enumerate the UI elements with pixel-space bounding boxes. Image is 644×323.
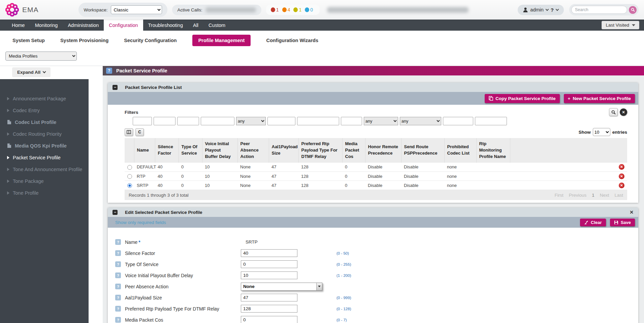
column-header-type-of-service[interactable]: Type Of Service: [179, 138, 202, 163]
filter-select-send-route-pspprecedence[interactable]: any: [400, 117, 441, 125]
page-last[interactable]: Last: [614, 193, 623, 198]
column-header-send-route-pspprecedence[interactable]: Send Route PSPPrecedence: [401, 138, 444, 163]
field-input-aal1payload-size[interactable]: [241, 294, 297, 301]
filter-input-preferred-rtp-payload-type-for-dtmf-relay[interactable]: [297, 117, 339, 125]
sidebar-item-announcement-package[interactable]: Announcement Package: [0, 93, 89, 104]
workspace-select[interactable]: Classic: [111, 5, 162, 14]
column-header-media-packet-cos[interactable]: Media Packet Cos: [342, 138, 365, 163]
filter-input-voice-initial-playout-buffer-delay[interactable]: [201, 117, 234, 125]
dropdown-button[interactable]: [316, 283, 322, 290]
sidebar-item-packet-service-profile[interactable]: Packet Service Profile: [0, 152, 89, 163]
page-1[interactable]: 1: [592, 193, 594, 198]
sidebar-item-tone-and-announcement-profile[interactable]: Tone And Announcement Profile: [0, 163, 89, 175]
column-header-prohibited-codec-list[interactable]: Prohibited Codec List: [444, 138, 476, 163]
column-header-preferred-rtp-payload-type-for-dtmf-relay[interactable]: Preferred Rtp Payload Type For DTMF Rela…: [298, 138, 342, 163]
sidebar-item-codec-routing-priority[interactable]: Codec Routing Priority: [0, 128, 89, 140]
nav-item-custom[interactable]: Custom: [203, 20, 230, 31]
cell-select: [125, 181, 134, 190]
column-header-honor-remote-precedence[interactable]: Honor Remote Precedence: [365, 138, 401, 163]
save-button[interactable]: Save: [610, 219, 635, 226]
field-input-voice-initial-playout-buffer-delay[interactable]: [241, 271, 297, 279]
nav-item-monitoring[interactable]: Monitoring: [30, 20, 63, 31]
sidebar-item-codec-entry[interactable]: Codec Entry: [0, 104, 89, 116]
column-header-name[interactable]: Name: [134, 138, 155, 163]
search-input[interactable]: [571, 6, 627, 14]
field-dropdown-peer-absence-action[interactable]: None: [241, 283, 322, 291]
alarm-summary[interactable]: 1410: [266, 5, 320, 15]
expand-all-button[interactable]: Expand All: [12, 67, 51, 77]
close-icon[interactable]: ✕: [630, 209, 634, 215]
cell-peer-absence-action: None: [237, 163, 269, 172]
row-radio-default[interactable]: [127, 165, 132, 170]
nav-item-home[interactable]: Home: [7, 20, 30, 31]
subnav-item-profile-management[interactable]: Profile Management: [192, 35, 251, 46]
subnav-item-security-configuration[interactable]: Security Configuration: [124, 35, 176, 46]
field-input-type-of-service[interactable]: [241, 260, 297, 268]
clear-filters-button[interactable]: ✕: [620, 108, 627, 116]
field-help-icon[interactable]: ?: [115, 317, 121, 323]
search-button[interactable]: [629, 6, 637, 14]
subnav-item-system-provisioning[interactable]: System Provisioning: [60, 35, 108, 46]
column-header-aal1payload-size[interactable]: Aal1Payload Size: [269, 138, 298, 163]
user-menu[interactable]: admin ?: [518, 5, 564, 15]
filter-input-prohibited-codec-list[interactable]: [443, 117, 473, 125]
filter-input-rtp-monitoring-profile-name[interactable]: [475, 117, 507, 125]
filter-input-name[interactable]: [133, 117, 152, 125]
filter-input-silence-factor[interactable]: [154, 117, 175, 125]
row-radio-rtp[interactable]: [127, 174, 132, 179]
sidebar-item-codec-list-profile[interactable]: Codec List Profile: [0, 116, 89, 128]
field-help-icon[interactable]: ?: [115, 284, 121, 289]
nav-item-configuration[interactable]: Configuration: [104, 20, 143, 31]
sidebar-item-tone-profile[interactable]: Tone Profile: [0, 187, 89, 199]
profile-category-select[interactable]: Media Profiles: [5, 52, 77, 61]
field-help-icon[interactable]: ?: [115, 239, 121, 245]
filter-select-peer-absence-action[interactable]: any: [236, 117, 266, 125]
sidebar-item-label: Codec List Profile: [15, 120, 56, 125]
nav-item-all[interactable]: All: [188, 20, 203, 31]
field-help-icon[interactable]: ?: [115, 250, 121, 256]
refresh-button[interactable]: C: [135, 128, 144, 136]
column-header-rtp-monitoring-profile-name[interactable]: Rtp Monitoring Profile Name: [476, 138, 510, 163]
page-previous[interactable]: Previous: [569, 193, 587, 198]
delete-row-icon[interactable]: ✕: [619, 183, 624, 188]
filter-input-media-packet-cos[interactable]: [341, 117, 362, 125]
subnav-item-configuration-wizards[interactable]: Configuration Wizards: [266, 35, 318, 46]
entries-select[interactable]: 10: [593, 128, 610, 136]
field-input-silence-factor[interactable]: [241, 249, 297, 257]
column-visibility-button[interactable]: [125, 128, 133, 136]
filter-input-type-of-service[interactable]: [177, 117, 199, 125]
filter-select-honor-remote-precedence[interactable]: any: [364, 117, 398, 125]
new-profile-button[interactable]: + New Packet Service Profile: [564, 94, 635, 103]
column-header-silence-factor[interactable]: Silence Factor: [155, 138, 179, 163]
page-next[interactable]: Next: [600, 193, 609, 198]
copy-profile-button[interactable]: Copy Packet Service Profile: [485, 94, 560, 103]
sidebar-item-tone-package[interactable]: Tone Package: [0, 175, 89, 187]
delete-row-icon[interactable]: ✕: [619, 173, 624, 179]
row-radio-srtp[interactable]: [127, 183, 132, 188]
collapse-icon[interactable]: −: [112, 85, 118, 90]
page-help-icon[interactable]: ?: [106, 68, 112, 74]
nav-item-troubleshooting[interactable]: Troubleshooting: [143, 20, 188, 31]
delete-row-icon[interactable]: ✕: [619, 164, 624, 170]
subnav-item-system-setup[interactable]: System Setup: [12, 35, 45, 46]
page-first[interactable]: First: [554, 193, 563, 198]
collapse-icon[interactable]: −: [112, 210, 118, 215]
field-input-preferred-rtp-payload-type-for-dtmf-relay[interactable]: [241, 305, 297, 313]
field-input-media-packet-cos[interactable]: [241, 316, 297, 323]
sidebar-item-media-qos-kpi-profile[interactable]: Media QOS Kpi Profile: [0, 140, 89, 152]
help-menu[interactable]: ?: [551, 7, 554, 13]
field-help-icon[interactable]: ?: [115, 261, 121, 267]
filter-input-aal1payload-size[interactable]: [267, 117, 295, 125]
show-required-fields-link[interactable]: Show only required fields: [115, 220, 166, 225]
last-visited-dropdown[interactable]: Last Visited: [602, 21, 639, 29]
column-header-voice-initial-playout-buffer-delay[interactable]: Voice Initial Playout Buffer Delay: [202, 138, 237, 163]
column-header-peer-absence-action[interactable]: Peer Absence Action: [237, 138, 269, 163]
clear-button[interactable]: Clear: [580, 219, 606, 226]
form-row-aal1payload-size: ?Aal1Payload Size(0 - 999): [115, 292, 638, 303]
nav-item-administration[interactable]: Administration: [63, 20, 104, 31]
cell-aal1payload-size: 47: [269, 163, 298, 172]
field-help-icon[interactable]: ?: [115, 306, 121, 312]
field-help-icon[interactable]: ?: [115, 295, 121, 300]
field-help-icon[interactable]: ?: [115, 272, 121, 278]
apply-filters-button[interactable]: [609, 108, 618, 116]
